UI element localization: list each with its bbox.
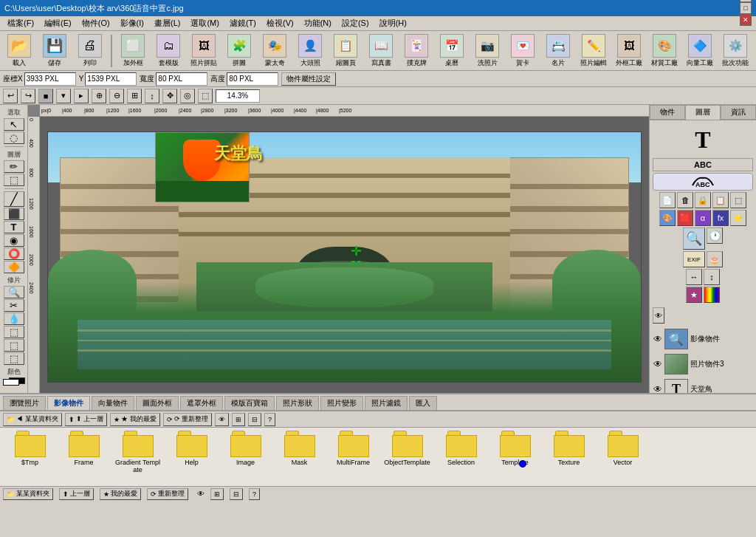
grid-view-button[interactable]: ⊞: [232, 413, 245, 426]
rpanel-cake-icon[interactable]: 🎂: [707, 251, 723, 267]
photoedit-button[interactable]: ✏️ 照片編輯: [577, 33, 610, 69]
puzzle-button[interactable]: 🧩 拼圖: [223, 33, 255, 69]
clone-tool[interactable]: ⬚: [4, 326, 24, 338]
crop-tool[interactable]: ✂: [4, 299, 24, 312]
text-tool[interactable]: T: [4, 221, 24, 233]
rpanel-star2-icon[interactable]: ★: [686, 287, 702, 303]
statusbar-plus-btn[interactable]: ⊞: [210, 488, 224, 500]
rect-tool[interactable]: ⬚: [4, 174, 24, 186]
layer-item-0[interactable]: 👁 🔍 影像物件: [651, 326, 755, 352]
addframe-button[interactable]: ⬜ 加外框: [117, 33, 149, 69]
panel-tab-object[interactable]: 物件: [650, 105, 685, 120]
folder-mask[interactable]: Mask: [275, 431, 323, 475]
folder-tmp[interactable]: $Tmp: [6, 431, 54, 475]
help-browser-button[interactable]: ?: [264, 413, 275, 426]
rpanel-swap-icon[interactable]: ↕: [704, 269, 720, 285]
card-button[interactable]: 🃏 撲克牌: [400, 33, 433, 69]
rpanel-color-icon[interactable]: 🎨: [659, 210, 676, 226]
rpanel-new-btn[interactable]: 📄: [659, 192, 676, 208]
zoom-in-button[interactable]: ⊕: [92, 89, 106, 103]
rpanel-texture-icon[interactable]: 🟥: [677, 210, 693, 226]
magnify-tool[interactable]: 🔍: [4, 286, 24, 298]
folder-vector[interactable]: Vector: [599, 431, 647, 475]
btab-mask[interactable]: 遮罩外框: [180, 396, 223, 410]
folder-frame[interactable]: Frame: [60, 431, 108, 475]
book-button[interactable]: 📖 寫真書: [365, 33, 397, 69]
layer-eye-2[interactable]: 👁: [653, 384, 662, 393]
x-input[interactable]: [24, 72, 76, 86]
drop-tool[interactable]: 💧: [4, 312, 24, 325]
statusbar-refresh-btn[interactable]: ⟳ 重新整理: [147, 488, 188, 500]
menu-layer[interactable]: 畫層(L): [150, 16, 185, 30]
up-level-button[interactable]: ⬆ ⬆ 上一層: [65, 413, 108, 426]
statusbar-folder-btn[interactable]: 📁 某某資料夾: [3, 488, 53, 500]
rpanel-star-icon[interactable]: ⭐: [730, 210, 746, 226]
rpanel-alpha-icon[interactable]: α: [695, 210, 711, 226]
rpanel-del-btn[interactable]: 🗑: [677, 192, 693, 208]
save-button[interactable]: 💾 儲存: [38, 33, 71, 69]
texturefactory-button[interactable]: 🎨 材質工廠: [648, 33, 681, 69]
folder-nav-button[interactable]: 📁 ◀ 某某資料夾: [3, 413, 62, 426]
heal-tool[interactable]: ⬚: [4, 339, 24, 352]
blur-tool[interactable]: ⬚: [4, 352, 24, 365]
maximize-button[interactable]: □: [740, 2, 752, 14]
menu-object[interactable]: 物件(O): [78, 16, 114, 30]
collage-button[interactable]: 🖼 照片拼貼: [188, 33, 220, 69]
folder-texture[interactable]: Texture: [545, 431, 593, 475]
portrait-button[interactable]: 👤 大頭照: [294, 33, 326, 69]
btab-shape[interactable]: 照片形狀: [276, 396, 319, 410]
move-button[interactable]: ✥: [162, 89, 177, 103]
statusbar-up-btn[interactable]: ⬆ 上一層: [59, 488, 94, 500]
lasso-tool[interactable]: ◌: [4, 131, 24, 144]
rpanel-lock-btn[interactable]: 🔒: [695, 192, 711, 208]
folder-selection[interactable]: Selection: [437, 431, 485, 475]
load-button[interactable]: 📂 載入: [3, 33, 35, 69]
print-button[interactable]: 🖨 列印: [74, 33, 106, 69]
properties-button[interactable]: 物件屬性設定: [281, 72, 336, 86]
y-input[interactable]: [85, 72, 137, 86]
layer-item-2[interactable]: 👁 T 天堂鳥: [651, 377, 755, 393]
pen-tool[interactable]: ✏: [4, 160, 24, 173]
rpanel-rainbow-icon[interactable]: [704, 287, 720, 303]
fill-tool[interactable]: ⬛: [4, 208, 24, 220]
redo-button[interactable]: ↪: [21, 89, 35, 103]
rpanel-exif-icon[interactable]: EXIF: [683, 251, 705, 267]
select-tool[interactable]: ↖: [4, 118, 24, 131]
view-toggle-button[interactable]: 👁: [215, 413, 229, 426]
rpanel-copy-btn[interactable]: 📋: [712, 192, 729, 208]
thumbnail-button[interactable]: 📋 縮圖頁: [329, 33, 362, 69]
tool-btn-1[interactable]: ■: [38, 89, 53, 103]
montage-button[interactable]: 🎭 蒙太奇: [258, 33, 291, 69]
folder-objecttemplate[interactable]: ObjectTemplate: [383, 431, 431, 475]
rpanel-arrow-icon[interactable]: ↔: [686, 269, 702, 285]
width-input[interactable]: [156, 72, 207, 86]
fit-button[interactable]: ⊞: [127, 89, 142, 103]
statusbar-help-btn[interactable]: ?: [249, 488, 260, 500]
line-tool[interactable]: ╱: [4, 191, 24, 207]
rpanel-search-icon[interactable]: 🔍: [683, 228, 705, 250]
shape-tool[interactable]: 🔶: [4, 261, 24, 273]
canvas-area[interactable]: 天堂鳥 ✛: [40, 117, 649, 393]
list-view-button[interactable]: ⊟: [248, 413, 261, 426]
statusbar-fav-btn[interactable]: ★ 我的最愛: [100, 488, 141, 500]
tool-btn-9[interactable]: ◎: [180, 89, 195, 103]
btab-import[interactable]: 匯入: [409, 396, 437, 410]
layer-eye-all[interactable]: 👁: [653, 307, 664, 324]
folder-template[interactable]: Template: [491, 431, 539, 475]
folder-image[interactable]: Image: [221, 431, 269, 475]
rpanel-fx-icon[interactable]: fx: [712, 210, 729, 226]
rpanel-clock-icon[interactable]: 🕐: [707, 228, 723, 244]
template-button[interactable]: 🗂 套模版: [152, 33, 185, 69]
develop-button[interactable]: 📷 洗照片: [471, 33, 504, 69]
layer-item-1[interactable]: 👁 照片物件3: [651, 352, 755, 377]
framefactory-button[interactable]: 🖼 外框工廠: [613, 33, 645, 69]
btab-vectorobj[interactable]: 向量物件: [92, 396, 134, 410]
menu-help[interactable]: 說明(H): [375, 16, 411, 30]
refresh-button[interactable]: ⟳ ⟳ 重新整理: [163, 413, 213, 426]
btab-transform[interactable]: 照片變形: [320, 396, 363, 410]
batch-button[interactable]: ⚙️ 批次功能: [719, 33, 752, 69]
greeting-button[interactable]: 💌 賀卡: [506, 33, 539, 69]
btab-template[interactable]: 模版百寶箱: [224, 396, 275, 410]
tool-btn-7[interactable]: ↕: [145, 89, 159, 103]
folder-gradient[interactable]: Gradient Template: [114, 431, 162, 475]
